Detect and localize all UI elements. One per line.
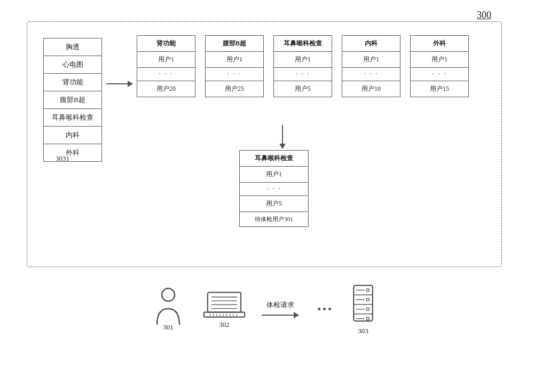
list-item-internal: 内科 (44, 127, 101, 144)
svg-point-21 (366, 298, 369, 301)
person-svg (154, 287, 183, 327)
list-item-surgery: 外科 (44, 144, 101, 161)
queue-abdomen-user1: 用户1 (206, 52, 263, 68)
arrow-down-line (282, 125, 283, 144)
queue-kidney-dots: · · · (137, 68, 195, 81)
svg-rect-1 (208, 292, 241, 312)
queue-surgery: 外科 用户1 · · · 用户15 (410, 35, 469, 97)
detail-title: 耳鼻喉科检查 (240, 151, 308, 167)
queue-kidney-userlast: 用户20 (137, 81, 195, 97)
arrow-down-head (279, 144, 286, 149)
queue-surgery-title: 外科 (411, 36, 468, 52)
outer-container: 胸透 心电图 肾功能 腹部B超 耳鼻喉科检查 内科 外科 3031 肾功能 用户… (27, 21, 502, 267)
detail-user-last: 用户5 (240, 196, 308, 212)
person-label: 301 (163, 323, 174, 332)
queue-ent: 耳鼻喉科检查 用户1 · · · 用户5 (273, 35, 332, 97)
detail-pending: 待体检用户301 (240, 212, 308, 226)
svg-point-20 (366, 289, 369, 292)
list-item-kidney: 肾功能 (44, 74, 101, 91)
arrow-to-detail (279, 125, 286, 149)
queue-ent-dots: · · · (274, 68, 332, 81)
list-item-abdomen: 腹部B超 (44, 91, 101, 109)
queue-internal-dots: · · · (342, 68, 400, 81)
arrow-to-queues (106, 81, 133, 87)
arrow-head (128, 81, 133, 87)
queue-surgery-user1: 用户1 (411, 52, 468, 68)
server-wrapper: 303 (339, 283, 387, 335)
laptop-svg (203, 290, 246, 319)
list-item-ecg: 心电图 (44, 56, 101, 74)
queue-internal-userlast: 用户10 (342, 81, 400, 97)
queue-internal-title: 内科 (342, 36, 400, 52)
detail-user1: 用户1 (240, 167, 308, 183)
queue-surgery-userlast: 用户15 (411, 81, 468, 97)
server-svg (344, 283, 382, 326)
queues-container: 肾功能 用户1 · · · 用户20 腹部B超 用户1 · · · 用户25 耳… (137, 35, 469, 97)
list-item-chest: 胸透 (44, 38, 101, 56)
dot-2 (323, 308, 326, 310)
arrow-h-line (262, 315, 294, 316)
queue-internal-user1: 用户1 (342, 52, 400, 68)
queue-kidney-title: 肾功能 (137, 36, 195, 52)
dot-1 (318, 308, 320, 310)
diagram-number: 300 (477, 10, 491, 21)
person-icon: 301 (147, 287, 190, 332)
queue-internal: 内科 用户1 · · · 用户10 (342, 35, 400, 97)
server-label: 303 (358, 327, 368, 335)
queue-abdomen: 腹部B超 用户1 · · · 用户25 (205, 35, 264, 97)
queue-surgery-dots: · · · (411, 68, 468, 81)
queue-abdomen-dots: · · · (206, 68, 263, 81)
dot-3 (328, 308, 331, 310)
queue-ent-title: 耳鼻喉科检查 (274, 36, 332, 52)
detail-dots: · · · (240, 183, 308, 196)
svg-rect-16 (354, 285, 373, 321)
list-item-ent: 耳鼻喉科检查 (44, 109, 101, 127)
svg-point-23 (366, 317, 369, 320)
request-label: 体检请求 (266, 300, 294, 310)
queue-abdomen-userlast: 用户25 (206, 81, 263, 97)
svg-point-0 (162, 288, 175, 301)
queue-abdomen-title: 腹部B超 (206, 36, 263, 52)
laptop-wrapper: 302 (198, 290, 251, 329)
detail-box-ent: 耳鼻喉科检查 用户1 · · · 用户5 待体检用户301 (239, 150, 309, 227)
laptop-label: 302 (219, 320, 230, 329)
bottom-section: 301 302 体检请求 (0, 283, 534, 335)
wireless-dots (318, 308, 331, 311)
list-label: 3031 (56, 154, 69, 163)
arrow-h-head (294, 312, 299, 318)
request-arrow (262, 312, 299, 318)
queue-ent-userlast: 用户5 (274, 81, 332, 97)
queue-kidney-user1: 用户1 (137, 52, 195, 68)
list-box: 胸透 心电图 肾功能 腹部B超 耳鼻喉科检查 内科 外科 (43, 38, 102, 162)
queue-ent-user1: 用户1 (274, 52, 332, 68)
request-arrow-wrapper: 体检请求 (262, 300, 299, 318)
dots-row (318, 308, 331, 310)
queue-kidney: 肾功能 用户1 · · · 用户20 (137, 35, 195, 97)
arrow-line (106, 83, 128, 84)
svg-point-22 (366, 308, 369, 310)
